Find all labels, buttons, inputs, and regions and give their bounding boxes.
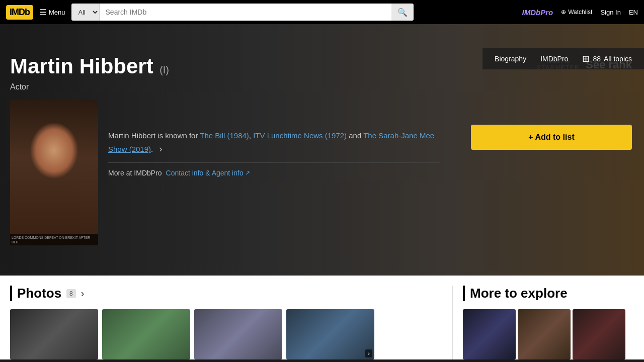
known-for-link-bill[interactable]: The Bill (1984) [200, 131, 249, 140]
imdbpro-nav-item[interactable]: IMDbPro [540, 55, 568, 63]
photo-thumb-4[interactable]: › [286, 309, 374, 359]
known-for-suffix: . [151, 145, 153, 153]
known-for-sep1: , [249, 131, 253, 140]
add-to-list-button[interactable]: + Add to list [471, 125, 632, 150]
menu-button[interactable]: ☰ Menu [39, 8, 65, 17]
photos-section-header: Photos 8 › [10, 286, 442, 301]
photo-grid: › [10, 309, 442, 359]
search-bar: All 🔍 [71, 4, 414, 21]
hero-content: LORDS COMMONS DEFEAT ON BREXIT AFTER BLU… [10, 100, 634, 245]
contact-link-label: Contact info & Agent info [166, 169, 244, 177]
known-for-link-itv[interactable]: ITV Lunchtime News (1972) [253, 131, 347, 140]
external-link-icon: ↗ [245, 169, 250, 176]
known-for-more-button[interactable]: › [159, 142, 162, 156]
topics-grid-icon: ⊞ [582, 53, 590, 64]
contact-info-link[interactable]: Contact info & Agent info ↗ [166, 169, 250, 177]
explore-title: More to explore [470, 286, 568, 301]
imdbpro-header-link[interactable]: IMDbPro [522, 8, 553, 17]
bottom-section: Photos 8 › › More to explore [0, 276, 644, 359]
person-photo: LORDS COMMONS DEFEAT ON BREXIT AFTER BLU… [10, 100, 98, 245]
person-id: (I) [159, 64, 169, 75]
header: IMDb ☰ Menu All 🔍 IMDbPro ⊕ Watchlist Si… [0, 0, 644, 24]
explore-section-header: More to explore [463, 286, 634, 301]
photo-thumb-1[interactable] [10, 309, 98, 359]
known-for-and: and [347, 131, 363, 140]
explore-section: More to explore [463, 286, 634, 359]
vertical-divider [452, 286, 453, 359]
hero-section: Biography IMDbPro ⊞ 88 All topics IMDbPr… [0, 24, 644, 276]
photo-thumb-2[interactable] [102, 309, 190, 359]
language-button[interactable]: EN [629, 9, 638, 16]
explore-grid [463, 309, 634, 359]
photos-title: Photos [17, 286, 61, 301]
search-category-select[interactable]: All [71, 4, 100, 21]
imdb-logo[interactable]: IMDb [6, 5, 33, 20]
top-nav: Biography IMDbPro ⊞ 88 All topics [482, 48, 644, 69]
divider [108, 162, 440, 163]
person-role: Actor [10, 82, 634, 92]
watchlist-button[interactable]: ⊕ Watchlist [561, 9, 592, 16]
explore-thumb-3[interactable] [573, 309, 625, 359]
all-topics-label: All topics [604, 55, 632, 63]
watchlist-label: Watchlist [568, 9, 592, 16]
menu-icon: ☰ [39, 8, 46, 17]
photos-arrow[interactable]: › [81, 288, 85, 299]
explore-thumb-1[interactable] [463, 309, 516, 359]
photos-section: Photos 8 › › [10, 286, 442, 359]
signin-button[interactable]: Sign In [600, 9, 620, 16]
hero-info: Martin Hibbert is known for The Bill (19… [108, 100, 440, 177]
person-photo-image [10, 100, 98, 245]
header-right: IMDbPro ⊕ Watchlist Sign In EN [522, 8, 638, 17]
all-topics-count: 88 [593, 55, 601, 63]
photos-count-badge: 8 [66, 289, 76, 298]
search-input[interactable] [100, 4, 391, 21]
watchlist-icon: ⊕ [561, 9, 566, 16]
person-name: Martin Hibbert [10, 54, 153, 78]
search-button[interactable]: 🔍 [391, 4, 414, 21]
photo-caption: LORDS COMMONS DEFEAT ON BREXIT AFTER BLU… [10, 234, 98, 245]
more-at-imdbpro: More at IMDbPro Contact info & Agent inf… [108, 169, 440, 177]
biography-nav-item[interactable]: Biography [495, 55, 526, 63]
explore-thumb-2[interactable] [518, 309, 571, 359]
photo-thumb-3[interactable] [194, 309, 282, 359]
menu-label: Menu [49, 9, 65, 16]
all-topics-nav-item[interactable]: ⊞ 88 All topics [582, 53, 632, 64]
known-for-prefix: Martin Hibbert is known for [108, 131, 200, 140]
more-at-imdbpro-label: More at IMDbPro [108, 169, 162, 177]
known-for-text: Martin Hibbert is known for The Bill (19… [108, 130, 440, 156]
